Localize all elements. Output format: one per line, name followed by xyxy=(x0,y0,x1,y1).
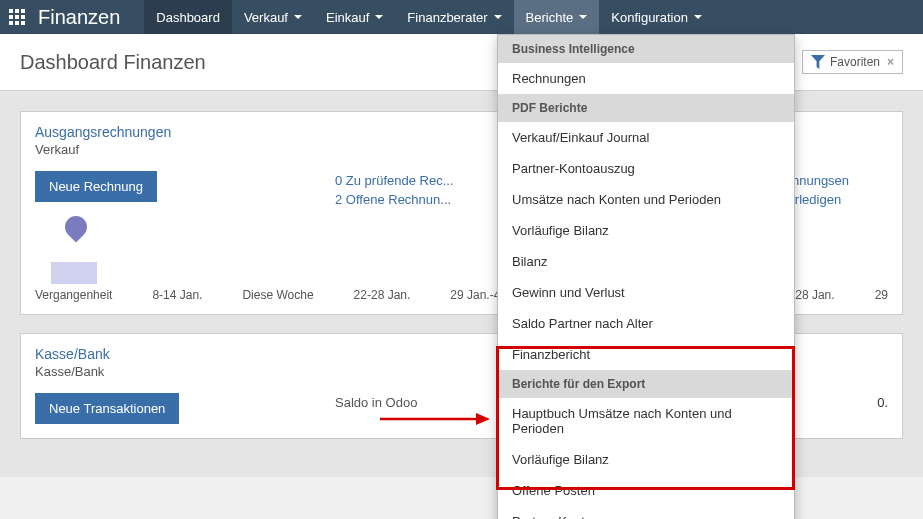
dropdown-header: Berichte für den Export xyxy=(498,370,794,398)
svg-rect-5 xyxy=(21,15,25,19)
dropdown-header: PDF Berichte xyxy=(498,94,794,122)
timeline-label: 22-28 Jan. xyxy=(354,288,411,302)
favorites-label: Favoriten xyxy=(830,55,880,69)
dropdown-item-saldo-partner[interactable]: Saldo Partner nach Alter xyxy=(498,308,794,339)
chevron-down-icon xyxy=(294,15,302,19)
dropdown-item-offene-posten[interactable]: Offene Posten xyxy=(498,475,794,506)
dropdown-item-bilanz[interactable]: Bilanz xyxy=(498,246,794,277)
brand-title: Finanzen xyxy=(34,6,134,29)
nav-dashboard[interactable]: Dashboard xyxy=(144,0,232,34)
stat-link[interactable]: 0 Zu prüfende Rec... xyxy=(335,173,454,188)
neue-transaktionen-button[interactable]: Neue Transaktionen xyxy=(35,393,179,424)
berichte-dropdown: Business Intelligence Rechnungen PDF Ber… xyxy=(497,34,795,519)
dropdown-item-finanzbericht[interactable]: Finanzbericht xyxy=(498,339,794,370)
apps-icon[interactable] xyxy=(0,0,34,34)
favorites-button[interactable]: Favoriten × xyxy=(802,50,903,74)
svg-rect-8 xyxy=(21,21,25,25)
svg-rect-4 xyxy=(15,15,19,19)
chevron-down-icon xyxy=(579,15,587,19)
neue-rechnung-button[interactable]: Neue Rechnung xyxy=(35,171,157,202)
nav-einkauf[interactable]: Einkauf xyxy=(314,0,395,34)
chevron-down-icon xyxy=(375,15,383,19)
svg-rect-0 xyxy=(9,9,13,13)
close-icon[interactable]: × xyxy=(887,55,894,69)
page-title: Dashboard Finanzen xyxy=(20,51,206,74)
chevron-down-icon xyxy=(694,15,702,19)
svg-rect-6 xyxy=(9,21,13,25)
svg-rect-1 xyxy=(15,9,19,13)
nav-finanzberater[interactable]: Finanzberater xyxy=(395,0,513,34)
svg-rect-7 xyxy=(15,21,19,25)
nav-berichte[interactable]: Berichte xyxy=(514,0,600,34)
dropdown-item-partner-konto[interactable]: Partner-Kontoauszug xyxy=(498,153,794,184)
stat-value: 0. xyxy=(838,395,888,410)
funnel-icon xyxy=(811,55,825,69)
dropdown-item-umsaetze[interactable]: Umsätze nach Konten und Perioden xyxy=(498,184,794,215)
dropdown-item-rechnungen[interactable]: Rechnungen xyxy=(498,63,794,94)
stat-label: Saldo in Odoo xyxy=(335,395,417,410)
svg-rect-3 xyxy=(9,15,13,19)
dropdown-item-journal[interactable]: Verkauf/Einkauf Journal xyxy=(498,122,794,153)
dropdown-item-hauptbuch[interactable]: Hauptbuch Umsätze nach Konten und Period… xyxy=(498,398,794,444)
timeline-label: Vergangenheit xyxy=(35,288,112,302)
dropdown-header: Business Intelligence xyxy=(498,35,794,63)
timeline-label: Diese Woche xyxy=(242,288,313,302)
stat-link[interactable]: 2 Offene Rechnun... xyxy=(335,192,451,207)
svg-rect-2 xyxy=(21,9,25,13)
dropdown-item-vorl-bilanz-2[interactable]: Vorläufige Bilanz xyxy=(498,444,794,475)
drop-icon xyxy=(60,211,91,242)
nav-konfiguration[interactable]: Konfiguration xyxy=(599,0,714,34)
dropdown-item-partner-konto-2[interactable]: Partner Kontoauszug xyxy=(498,506,794,519)
timeline-bar xyxy=(51,262,97,284)
nav-verkauf[interactable]: Verkauf xyxy=(232,0,314,34)
chevron-down-icon xyxy=(494,15,502,19)
timeline-label: 29 xyxy=(875,288,888,302)
timeline-label: 8-14 Jan. xyxy=(152,288,202,302)
dropdown-item-gewinn-verlust[interactable]: Gewinn und Verlust xyxy=(498,277,794,308)
top-navbar: Finanzen Dashboard Verkauf Einkauf Finan… xyxy=(0,0,923,34)
dropdown-item-vorl-bilanz[interactable]: Vorläufige Bilanz xyxy=(498,215,794,246)
